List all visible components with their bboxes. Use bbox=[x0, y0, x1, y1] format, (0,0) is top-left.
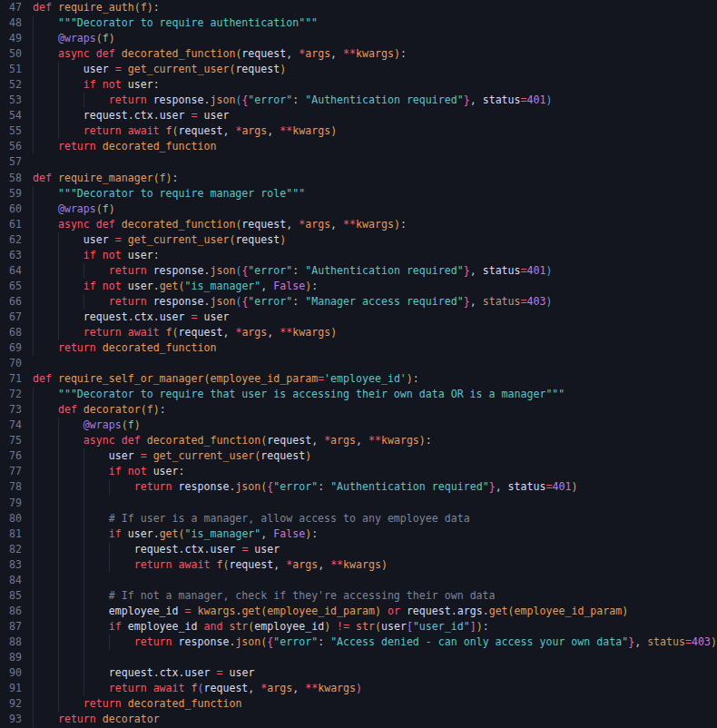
line-number[interactable]: 85 bbox=[0, 588, 22, 604]
code-line[interactable]: 64 return response.json({"error": "Authe… bbox=[0, 263, 717, 279]
line-number[interactable]: 93 bbox=[0, 712, 22, 727]
line-number[interactable]: 76 bbox=[0, 448, 22, 464]
line-number[interactable]: 75 bbox=[0, 433, 22, 448]
line-number[interactable]: 58 bbox=[0, 171, 22, 186]
line-number[interactable]: 54 bbox=[0, 108, 22, 123]
code-token: 403 bbox=[692, 635, 711, 648]
line-number[interactable]: 49 bbox=[0, 31, 22, 46]
line-number[interactable]: 91 bbox=[0, 681, 22, 696]
line-number[interactable]: 56 bbox=[0, 139, 22, 154]
line-number[interactable]: 80 bbox=[0, 511, 22, 526]
line-number[interactable]: 60 bbox=[0, 202, 22, 217]
code-line[interactable]: 74 @wraps(f) bbox=[0, 418, 717, 433]
code-line[interactable]: 53 return response.json({"error": "Authe… bbox=[0, 93, 717, 108]
line-number[interactable]: 69 bbox=[0, 340, 22, 356]
line-number[interactable]: 48 bbox=[0, 15, 22, 31]
code-line[interactable]: 67 request.ctx.user = user bbox=[0, 310, 717, 325]
line-number[interactable]: 65 bbox=[0, 279, 22, 294]
code-line[interactable]: 57 bbox=[0, 154, 717, 170]
code-token: decorated_function bbox=[103, 341, 217, 354]
line-number[interactable]: 62 bbox=[0, 232, 22, 248]
code-line[interactable]: 49 @wraps(f) bbox=[0, 31, 717, 46]
line-number[interactable]: 53 bbox=[0, 93, 22, 108]
code-line[interactable]: 86 employee_id = kwargs.get(employee_id_… bbox=[0, 604, 717, 619]
code-line[interactable]: 52 if not user: bbox=[0, 77, 717, 93]
code-line[interactable]: 54 request.ctx.user = user bbox=[0, 108, 717, 123]
code-line[interactable]: 61 async def decorated_function(request,… bbox=[0, 217, 717, 232]
code-line[interactable]: 77 if not user: bbox=[0, 464, 717, 479]
code-token: ) bbox=[356, 682, 362, 694]
code-line[interactable]: 88 return response.json({"error": "Acces… bbox=[0, 635, 717, 650]
code-line[interactable]: 93 return decorator bbox=[0, 712, 717, 727]
code-line[interactable]: 76 user = get_current_user(request) bbox=[0, 448, 717, 464]
line-number[interactable]: 51 bbox=[0, 62, 22, 77]
code-line[interactable]: 47def require_auth(f): bbox=[0, 0, 717, 15]
line-number[interactable]: 61 bbox=[0, 217, 22, 232]
line-number[interactable]: 47 bbox=[0, 0, 22, 15]
line-number[interactable]: 87 bbox=[0, 619, 22, 635]
line-number[interactable]: 82 bbox=[0, 542, 22, 557]
line-number[interactable]: 57 bbox=[0, 154, 22, 170]
code-line[interactable]: 81 if user.get("is_manager", False): bbox=[0, 526, 717, 542]
line-number[interactable]: 81 bbox=[0, 526, 22, 542]
line-number[interactable]: 88 bbox=[0, 635, 22, 650]
line-number[interactable]: 68 bbox=[0, 325, 22, 340]
line-number[interactable]: 73 bbox=[0, 402, 22, 418]
line-number[interactable]: 90 bbox=[0, 665, 22, 681]
code-line[interactable]: 51 user = get_current_user(request) bbox=[0, 62, 717, 77]
code-line[interactable]: 63 if not user: bbox=[0, 248, 717, 263]
code-line[interactable]: 60 @wraps(f) bbox=[0, 202, 717, 217]
code-line[interactable]: 56 return decorated_function bbox=[0, 139, 717, 154]
line-number[interactable]: 71 bbox=[0, 371, 22, 387]
code-line[interactable]: 92 return decorated_function bbox=[0, 696, 717, 712]
line-number[interactable]: 52 bbox=[0, 77, 22, 93]
line-number[interactable]: 67 bbox=[0, 310, 22, 325]
code-line[interactable]: 84 bbox=[0, 573, 717, 588]
code-line[interactable]: 71def require_self_or_manager(employee_i… bbox=[0, 371, 717, 387]
code-line[interactable]: 89 bbox=[0, 650, 717, 665]
code-line[interactable]: 80 # If user is a manager, allow access … bbox=[0, 511, 717, 526]
code-line[interactable]: 72 """Decorator to require that user is … bbox=[0, 387, 717, 402]
line-number[interactable]: 55 bbox=[0, 123, 22, 139]
code-line[interactable]: 83 return await f(request, *args, **kwar… bbox=[0, 557, 717, 573]
line-number[interactable]: 64 bbox=[0, 263, 22, 279]
line-number[interactable]: 86 bbox=[0, 604, 22, 619]
line-number[interactable]: 66 bbox=[0, 294, 22, 310]
line-number[interactable]: 79 bbox=[0, 496, 22, 511]
line-number[interactable]: 92 bbox=[0, 696, 22, 712]
code-line[interactable]: 59 """Decorator to require manager role"… bbox=[0, 186, 717, 202]
code-line[interactable]: 91 return await f(request, *args, **kwar… bbox=[0, 681, 717, 696]
code-line[interactable]: 65 if not user.get("is_manager", False): bbox=[0, 279, 717, 294]
code-line[interactable]: 79 bbox=[0, 496, 717, 511]
line-number[interactable]: 74 bbox=[0, 418, 22, 433]
code-line[interactable]: 58def require_manager(f): bbox=[0, 171, 717, 186]
code-token: """Decorator to require authentication""… bbox=[58, 16, 318, 29]
code-line[interactable]: 75 async def decorated_function(request,… bbox=[0, 433, 717, 448]
code-token: = bbox=[192, 310, 204, 323]
code-line[interactable]: 82 request.ctx.user = user bbox=[0, 542, 717, 557]
line-number[interactable]: 63 bbox=[0, 248, 22, 263]
code-line[interactable]: 62 user = get_current_user(request) bbox=[0, 232, 717, 248]
code-line[interactable]: 70 bbox=[0, 356, 717, 371]
code-line[interactable]: 78 return response.json({"error": "Authe… bbox=[0, 479, 717, 495]
line-number[interactable]: 59 bbox=[0, 186, 22, 202]
line-number[interactable]: 84 bbox=[0, 573, 22, 588]
line-number[interactable]: 77 bbox=[0, 464, 22, 479]
line-number[interactable]: 72 bbox=[0, 387, 22, 402]
code-line[interactable]: 66 return response.json({"error": "Manag… bbox=[0, 294, 717, 310]
line-number[interactable]: 83 bbox=[0, 557, 22, 573]
line-number[interactable]: 70 bbox=[0, 356, 22, 371]
code-line[interactable]: 90 request.ctx.user = user bbox=[0, 665, 717, 681]
line-number[interactable]: 50 bbox=[0, 46, 22, 62]
line-number[interactable]: 78 bbox=[0, 479, 22, 495]
code-line[interactable]: 73 def decorator(f): bbox=[0, 402, 717, 418]
code-line[interactable]: 85 # If not a manager, check if they're … bbox=[0, 588, 717, 604]
code-line[interactable]: 68 return await f(request, *args, **kwar… bbox=[0, 325, 717, 340]
code-line[interactable]: 48 """Decorator to require authenticatio… bbox=[0, 15, 717, 31]
code-line[interactable]: 55 return await f(request, *args, **kwar… bbox=[0, 123, 717, 139]
code-line[interactable]: 50 async def decorated_function(request,… bbox=[0, 46, 717, 62]
code-line[interactable]: 69 return decorated_function bbox=[0, 340, 717, 356]
code-line[interactable]: 87 if employee_id and str(employee_id) !… bbox=[0, 619, 717, 635]
indent-guide bbox=[58, 526, 59, 542]
line-number[interactable]: 89 bbox=[0, 650, 22, 665]
